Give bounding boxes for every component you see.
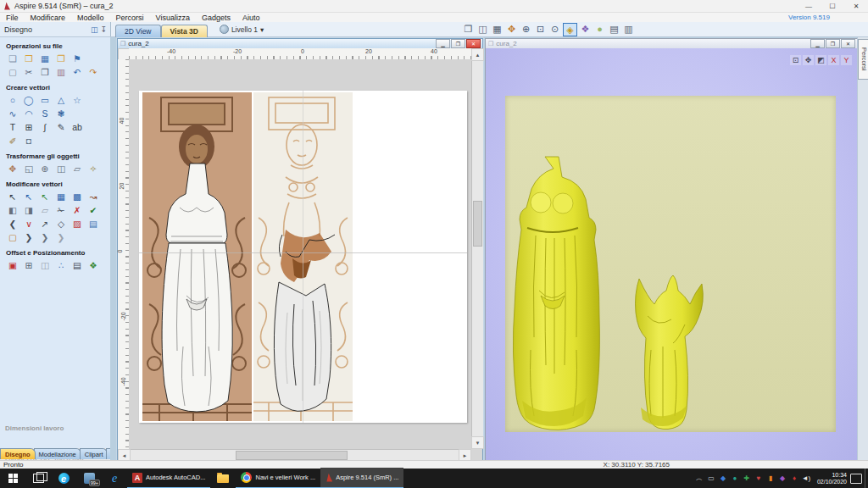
notification-center-icon[interactable] [850, 474, 862, 484]
taskbar-clock[interactable]: 10:34 02/10/2020 [814, 472, 850, 485]
draw-rectangle-icon[interactable]: ▭ [38, 94, 52, 106]
menu-item[interactable]: Aiuto [236, 14, 266, 22]
knife-tool-icon[interactable]: ✁ [54, 204, 68, 216]
paste-along-icon[interactable]: ▤ [70, 259, 84, 271]
internet-explorer-button[interactable]: e [102, 469, 127, 488]
draw-ellipse-icon[interactable]: ◯ [22, 94, 36, 106]
menu-item[interactable]: File [0, 14, 25, 22]
pan-view-icon[interactable]: ✥ [505, 23, 518, 35]
menu-item[interactable]: Modello [71, 14, 110, 22]
canvas-2d[interactable] [129, 59, 471, 449]
child-close-button[interactable]: ✕ [841, 39, 855, 48]
child-close-button[interactable]: ✕ [466, 39, 481, 48]
child-minimize-button[interactable]: ▁ [810, 39, 825, 48]
validate-vectors-icon[interactable]: ✔ [86, 204, 100, 216]
horizontal-scrollbar[interactable]: ◄ ► [118, 449, 471, 461]
float-panel-icon[interactable]: ◫ [91, 25, 98, 34]
dimension-tool-icon[interactable]: ✐ [6, 135, 19, 147]
text-box-icon[interactable]: ⊞ [22, 121, 36, 133]
save-file-icon[interactable]: ▦ [38, 53, 52, 64]
toolpaths-tab[interactable]: Percorsi [858, 39, 868, 80]
snap-grid-icon[interactable]: ▦ [491, 23, 504, 35]
letter-spacing-icon[interactable]: ab [70, 121, 84, 133]
export-vectors-icon[interactable]: ⚑ [70, 53, 84, 64]
break-curve-icon[interactable]: ❯ [22, 231, 36, 243]
autocad-taskbar-button[interactable]: A Autodesk AutoCAD... [127, 468, 210, 488]
panel-tab[interactable]: Disegno [0, 448, 36, 459]
trace-bitmap-icon[interactable]: ◘ [22, 135, 36, 147]
swap-views-icon[interactable]: ❐ [462, 23, 475, 35]
round-corners-icon[interactable]: ▢ [6, 231, 19, 243]
close-vector-icon[interactable]: ◇ [54, 218, 68, 230]
tray-purple-app-icon[interactable]: ◆ [778, 474, 787, 482]
tab-2d-view[interactable]: 2D View [115, 25, 161, 37]
draw-polyline-icon[interactable]: ∿ [6, 108, 19, 119]
extend-curve-icon[interactable]: ↗ [38, 218, 52, 230]
tray-audio-alert-icon[interactable]: ♦ [790, 474, 798, 482]
child-minimize-button[interactable]: ▁ [436, 39, 450, 48]
job-setup-icon[interactable]: ▢ [6, 66, 19, 78]
layer-selector[interactable]: Livello 1 ▾ [220, 22, 264, 36]
import-vectors-icon[interactable]: ❐ [54, 53, 68, 64]
smooth-nodes-icon[interactable]: ↖ [38, 191, 52, 202]
mail-button[interactable]: 99+ [76, 469, 102, 488]
paste-vectors-icon[interactable]: ▥ [54, 66, 68, 78]
viewport-3d[interactable]: ⊡✥◩XY [486, 48, 857, 460]
tray-health-icon[interactable]: ♥ [754, 474, 763, 482]
draw-gear-icon[interactable]: ❃ [54, 108, 68, 119]
aspire-taskbar-button[interactable]: Aspire 9.514 (SmR) ... [320, 468, 403, 488]
new-file-icon[interactable]: ❏ [6, 53, 19, 64]
pin-panel-icon[interactable]: ↧ [100, 25, 107, 34]
draw-arc-icon[interactable]: ◠ [22, 108, 36, 119]
rotate-3d-view-icon[interactable]: ◈ [563, 23, 577, 36]
toggle-shading-icon[interactable]: ● [593, 23, 606, 35]
draw-curve-icon[interactable]: S [38, 108, 52, 119]
subtract-vectors-icon[interactable]: ◨ [22, 204, 36, 216]
zoom-extents-icon[interactable]: ⊙ [548, 23, 561, 35]
create-fillet-icon[interactable]: ❮ [6, 218, 19, 230]
draw-text-icon[interactable]: T [6, 121, 19, 133]
iso-view-icon[interactable]: ◩ [815, 55, 826, 65]
pan-3d-icon[interactable]: ✥ [803, 55, 814, 65]
window-3d-titlebar[interactable]: ❒ cura_2 ▁ ❐ ✕ [486, 39, 857, 48]
edit-text-icon[interactable]: ✎ [54, 121, 68, 133]
tray-sync-icon[interactable]: ● [731, 474, 739, 482]
vertical-scroll-thumb[interactable] [473, 201, 482, 247]
panel-tab[interactable]: Clipart [80, 448, 108, 459]
volume-icon[interactable]: ◄) [802, 474, 810, 482]
curve-fit-icon[interactable]: ↝ [86, 191, 100, 202]
stretch-nodes-icon[interactable]: ▩ [70, 191, 84, 202]
copy-vectors-icon[interactable]: ❐ [38, 66, 52, 78]
undo-icon[interactable]: ↶ [70, 66, 84, 78]
window-2d-titlebar[interactable]: ❒ cura_2 ▁ ❐ ✕ [118, 39, 482, 48]
zoom-object-3d-icon[interactable]: ⊡ [790, 55, 801, 65]
zoom-window-icon[interactable]: ⊡ [534, 23, 547, 35]
rotate-objects-icon[interactable]: ⊕ [38, 163, 52, 175]
maximize-button[interactable]: ☐ [821, 0, 844, 12]
nest-parts-icon[interactable]: ❖ [86, 259, 100, 271]
tab-3d-view[interactable]: Vista 3D [161, 25, 208, 37]
distort-objects-icon[interactable]: ▱ [70, 163, 84, 175]
cut-vectors-icon[interactable]: ✂ [22, 66, 36, 78]
scroll-up-icon[interactable]: ▲ [471, 48, 484, 61]
menu-item[interactable]: Modificare [25, 14, 72, 22]
tray-antivirus-icon[interactable]: ✚ [743, 474, 751, 482]
node-editing-icon[interactable]: ↖ [22, 191, 36, 202]
delete-overlaps-icon[interactable]: ✗ [70, 204, 84, 216]
tray-chat-icon[interactable]: ▭ [707, 474, 715, 482]
copy-along-curve-icon[interactable]: ∴ [54, 259, 68, 271]
offset-vectors-icon[interactable]: ▣ [6, 259, 19, 271]
vertical-scrollbar[interactable]: ▲ ▼ [471, 48, 483, 449]
draw-polygon-icon[interactable]: △ [54, 94, 68, 106]
minimize-button[interactable]: — [797, 0, 821, 12]
slice-vectors-icon[interactable]: ▱ [38, 204, 52, 216]
task-view-button[interactable] [25, 469, 51, 488]
tile-views-icon[interactable]: ◫ [476, 23, 489, 35]
chamfer-corner-icon[interactable]: ∨ [22, 218, 36, 230]
set-size-icon[interactable]: ◱ [22, 163, 36, 175]
tile-vertical-icon[interactable]: ▥ [622, 23, 635, 35]
array-copy-icon[interactable]: ⊞ [22, 259, 36, 271]
weld-vectors-icon[interactable]: ◧ [6, 204, 19, 216]
copy-region-icon[interactable]: ▤ [86, 218, 100, 230]
mirror-objects-icon[interactable]: ◫ [54, 163, 68, 175]
